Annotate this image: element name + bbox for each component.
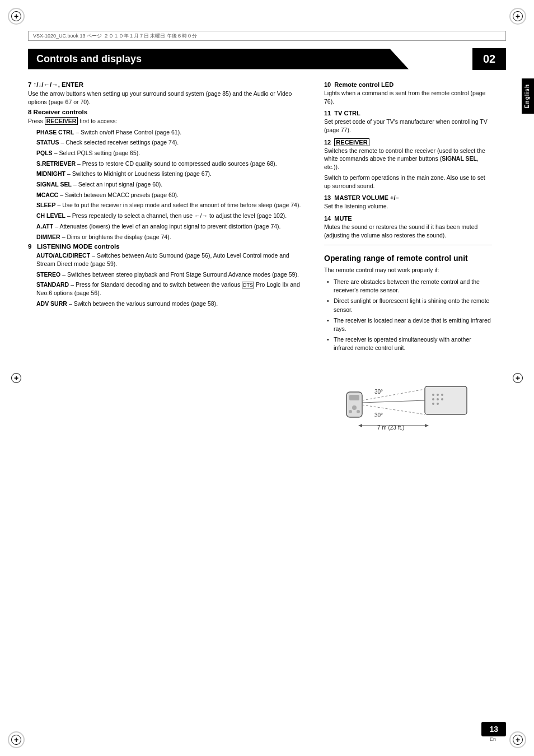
item-pqls: PQLS – Select PQLS setting (page 65). (36, 149, 307, 157)
bullet-4: The receiver is operated simultaneously … (327, 335, 492, 352)
svg-rect-0 (425, 386, 467, 414)
reg-mark-tl (11, 11, 21, 21)
section-14: 14 MUTE Mutes the sound or restores the … (324, 215, 492, 239)
section-9: 9 LISTENING MODE controls AUTO/ALC/DIREC… (28, 243, 307, 307)
page-lang-label: En (490, 736, 496, 742)
svg-point-3 (441, 394, 443, 396)
svg-line-15 (362, 405, 425, 414)
bullet-1: There are obstacles between the remote c… (327, 278, 492, 295)
svg-point-4 (432, 398, 434, 400)
reg-mark-br (513, 735, 523, 745)
section-11-heading: 11 TV CTRL (324, 110, 492, 116)
main-content: 7 ↑/↓/←/→, ENTER Use the arrow buttons w… (28, 81, 492, 722)
section-11-body: Set preset code of your TV's manufacture… (324, 118, 492, 134)
item-signal-sel: SIGNAL SEL – Select an input signal (pag… (36, 180, 307, 189)
svg-point-13 (357, 410, 360, 413)
file-info-text: VSX-1020_UC.book 13 ページ ２０１０年１月７日 木曜日 午後… (33, 32, 197, 40)
svg-point-5 (437, 398, 439, 400)
item-midnight: MIDNIGHT – Switches to Midnight or Loudn… (36, 170, 307, 178)
remote-diagram-svg: 30° 30° 7 m (23 ft.) (338, 361, 478, 434)
svg-point-2 (437, 394, 439, 396)
section-12-heading: 12 RECEIVER (324, 139, 492, 146)
section-8-intro: Press RECEIVER first to access: (28, 117, 307, 125)
section-divider (324, 245, 492, 245)
bullet-3: The receiver is located near a device th… (327, 316, 492, 333)
svg-point-1 (432, 394, 434, 396)
operating-range-section: Operating range of remote control unit T… (324, 254, 492, 433)
section-7: 7 ↑/↓/←/→, ENTER Use the arrow buttons w… (28, 81, 307, 106)
section-7-heading: 7 ↑/↓/←/→, ENTER (28, 81, 307, 88)
section-10-body: Lights when a command is sent from the r… (324, 89, 492, 105)
svg-point-7 (432, 403, 434, 405)
receiver-box: RECEIVER (45, 117, 78, 125)
section-13-heading: 13 MASTER VOLUME +/– (324, 194, 492, 201)
section-12: 12 RECEIVER Switches the remote to contr… (324, 139, 492, 190)
svg-point-11 (352, 405, 357, 410)
item-auto-alc-direct: AUTO/ALC/DIRECT – Switches between Auto … (36, 251, 307, 268)
operating-range-title: Operating range of remote control unit (324, 254, 492, 263)
page-title: Controls and displays (28, 49, 409, 69)
section-14-body: Mutes the sound or restores the sound if… (324, 223, 492, 239)
svg-text:30°: 30° (374, 389, 383, 395)
svg-point-6 (441, 398, 443, 400)
operating-range-intro: The remote control may not work properly… (324, 266, 492, 274)
item-standard: STANDARD – Press for Standard decoding a… (36, 281, 307, 297)
section-13: 13 MASTER VOLUME +/– Set the listening v… (324, 194, 492, 211)
language-tab: English (522, 78, 534, 114)
section-10-heading: 10 Remote control LED (324, 81, 492, 88)
section-8-heading: 8 Receiver controls (28, 109, 307, 115)
svg-rect-10 (349, 395, 359, 400)
svg-line-14 (362, 389, 425, 400)
chapter-badge: 02 (472, 48, 506, 70)
item-stereo: STEREO – Switches between stereo playbac… (36, 270, 307, 279)
item-mcacc: MCACC – Switch between MCACC presets (pa… (36, 191, 307, 199)
remote-diagram: 30° 30° 7 m (23 ft.) (324, 361, 492, 434)
operating-range-bullets: There are obstacles between the remote c… (324, 278, 492, 353)
svg-marker-21 (358, 424, 362, 427)
file-info-bar: VSX-1020_UC.book 13 ページ ２０１０年１月７日 木曜日 午後… (28, 31, 506, 41)
page-header: Controls and displays 02 (28, 45, 506, 73)
item-adv-surr: ADV SURR – Switch between the various su… (36, 300, 307, 308)
left-column: 7 ↑/↓/←/→, ENTER Use the arrow buttons w… (28, 81, 310, 722)
svg-point-8 (437, 403, 439, 405)
item-sretriever: S.RETRIEVER – Press to restore CD qualit… (36, 160, 307, 168)
item-sleep: SLEEP – Use to put the receiver in sleep… (36, 201, 307, 209)
section-9-items: AUTO/ALC/DIRECT – Switches between Auto … (28, 251, 307, 307)
reg-mark-mr (513, 373, 523, 383)
item-aatt: A.ATT – Attenuates (lowers) the level of… (36, 222, 307, 231)
section-12-body1: Switches the remote to control the recei… (324, 147, 492, 171)
section-14-heading: 14 MUTE (324, 215, 492, 222)
item-status: STATUS – Check selected receiver setting… (36, 138, 307, 147)
svg-point-12 (349, 410, 352, 413)
section-7-body: Use the arrow buttons when setting up yo… (28, 90, 307, 106)
page-number-badge: 13 (481, 722, 506, 736)
svg-marker-22 (425, 424, 429, 427)
bullet-2: Direct sunlight or fluorescent light is … (327, 297, 492, 314)
reg-mark-tr (513, 11, 523, 21)
section-12-body2: Switch to perform operations in the main… (324, 174, 492, 190)
item-ch-level: CH LEVEL – Press repeatedly to select a … (36, 212, 307, 220)
section-9-heading: 9 LISTENING MODE controls (28, 243, 307, 250)
reg-mark-ml (11, 373, 21, 383)
item-dimmer: DIMMER – Dims or brightens the display (… (36, 233, 307, 241)
svg-text:30°: 30° (374, 412, 383, 418)
item-phase-ctrl: PHASE CTRL – Switch on/off Phase Control… (36, 128, 307, 137)
svg-line-16 (362, 400, 425, 403)
section-10: 10 Remote control LED Lights when a comm… (324, 81, 492, 105)
right-column: 10 Remote control LED Lights when a comm… (324, 81, 492, 722)
section-8-items: PHASE CTRL – Switch on/off Phase Control… (28, 128, 307, 241)
section-13-body: Set the listening volume. (324, 202, 492, 211)
section-8: 8 Receiver controls Press RECEIVER first… (28, 109, 307, 241)
reg-mark-bl (11, 735, 21, 745)
section-11: 11 TV CTRL Set preset code of your TV's … (324, 110, 492, 134)
